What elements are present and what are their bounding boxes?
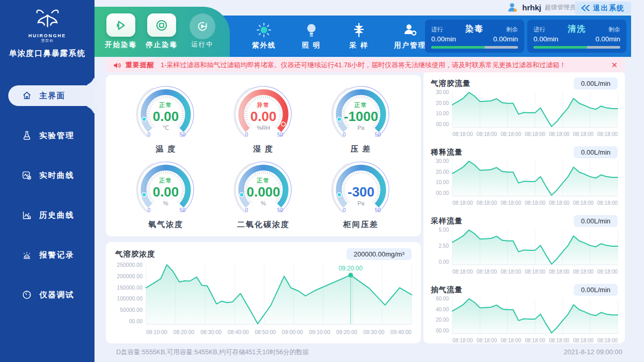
storage-status: D盘容量:5555KB,可用容量:5455KB,约可存储451天10时56分的数…	[116, 348, 309, 357]
sidebar-item-main[interactable]: 主界面	[8, 85, 95, 106]
gauge-pressure-diff: 正常 -1000 Pa 0 50 压 差	[312, 82, 410, 158]
chart-marker-dot	[348, 273, 353, 277]
x-axis: 08:10:0008:20:0008:30:0008:40:0008:50:00…	[146, 329, 412, 335]
y-axis: 250000.00200000.00150000.00100000.005000…	[115, 262, 146, 324]
flow-charts-panel: 气溶胶流量 0.00L/min 30.0020.0010.0000.00 08:…	[423, 71, 625, 343]
y-tick-label: 40.00	[436, 307, 449, 312]
svg-text:0.00: 0.00	[250, 109, 277, 124]
uv-sun-icon	[256, 22, 272, 38]
speaker-icon	[113, 62, 121, 69]
y-axis: 30.0020.0010.0000.00	[431, 158, 452, 196]
sidebar-item-history-curve[interactable]: 历史曲线	[0, 205, 95, 225]
x-axis: 08:18:0008:18:0008:18:0008:18:0008:18:00…	[452, 131, 618, 137]
svg-text:0.00: 0.00	[153, 109, 179, 124]
user-manage-icon	[402, 22, 418, 38]
timer-remaining: 0.00min	[595, 35, 620, 43]
chart-marker-label: 09:20:00	[338, 265, 363, 272]
logout-button[interactable]: 退出系统	[575, 2, 631, 14]
sampling-button[interactable]: 采 样	[342, 22, 376, 50]
y-tick-label: 00.00	[436, 122, 449, 127]
x-axis: 08:18:0008:18:0008:18:0008:18:0008:18:00…	[452, 269, 618, 275]
y-tick-label: 00.00	[436, 190, 449, 196]
aerosol-flow-chart	[452, 92, 618, 127]
x-tick-label: 08:18:00	[452, 200, 473, 206]
logout-icon	[581, 5, 590, 11]
y-tick-label: 200000.00	[117, 273, 143, 279]
gauge-label: 压 差	[351, 144, 371, 154]
y-tick-label: 0.00	[439, 259, 449, 265]
svg-text:正常: 正常	[159, 102, 172, 108]
sidebar-item-realtime-curve[interactable]: 实时曲线	[0, 165, 95, 186]
y-tick-label: 10.00	[436, 179, 449, 185]
chart-title: 采样流量	[431, 216, 463, 226]
sidebar-item-instrument-debug[interactable]: 仪器调试	[0, 284, 95, 305]
stop-exposure-button[interactable]: 停止染毒	[146, 13, 178, 57]
y-tick-label: 20.00	[436, 317, 449, 323]
x-tick-label: 08:18:00	[500, 338, 521, 343]
avatar-icon	[507, 2, 519, 13]
dilution-flow-block: 稀释流量 0.00L/min 30.0020.0010.0000.00 08:1…	[431, 143, 618, 206]
x-tick-label: 08:18:00	[597, 131, 618, 137]
history-curve-icon	[22, 210, 32, 220]
x-tick-label: 08:18:00	[477, 269, 497, 275]
user-info[interactable]: hrhkj 超级管理员	[507, 2, 576, 13]
x-tick-label: 08:18:00	[452, 131, 473, 137]
svg-text:正常: 正常	[256, 177, 270, 184]
timer-card-exposure: 进行 染毒 剩余 0.00min 0.00min	[425, 20, 524, 53]
line-chart	[452, 230, 618, 265]
running-status-button[interactable]: 运行中	[186, 13, 218, 57]
x-tick-label: 08:50:00	[255, 329, 276, 335]
sidebar-item-alarm-records[interactable]: 报警记录	[0, 245, 95, 265]
user-management-button[interactable]: 用户管理	[389, 22, 431, 50]
brand-sub: 慧荣和	[0, 38, 95, 43]
y-tick-label: 60.00	[436, 296, 449, 301]
sidebar: HUIRONGHE 慧荣和 单浓度口鼻暴露系统 主界面 实验管理	[0, 0, 95, 362]
lighting-button[interactable]: 照 明	[294, 22, 328, 50]
timer-title: 清洗	[568, 24, 586, 35]
x-tick-label: 08:18:00	[477, 131, 497, 137]
user-name: hrhkj	[522, 3, 541, 12]
svg-text:-1000: -1000	[343, 109, 378, 124]
y-axis: 30.0020.0010.0000.00	[431, 89, 452, 127]
x-tick-label: 09:30:00	[364, 329, 385, 335]
x-tick-label: 08:18:00	[597, 338, 618, 343]
sidebar-item-experiment[interactable]: 实验管理	[0, 125, 95, 146]
chart-title: 气溶胶浓度	[115, 249, 155, 259]
y-tick-label: 30.00	[436, 158, 449, 164]
gauge-label: 氧气浓度	[148, 220, 183, 230]
line-chart	[452, 92, 618, 127]
gauge-label: 二氧化碳浓度	[237, 220, 290, 230]
uv-button[interactable]: 紫外线	[247, 22, 281, 50]
sidebar-item-label: 历史曲线	[39, 210, 74, 220]
x-tick-label: 08:18:00	[525, 200, 545, 206]
svg-text:0: 0	[245, 207, 248, 213]
user-role: 超级管理员	[545, 3, 576, 12]
x-tick-label: 08:18:00	[500, 200, 521, 206]
logo-icon	[33, 7, 62, 30]
sidebar-item-label: 主界面	[39, 91, 66, 101]
x-tick-label: 08:18:00	[525, 269, 545, 275]
chart-value-badge: 0.00L/min	[574, 78, 618, 89]
sidebar-item-label: 仪器调试	[39, 290, 74, 300]
gauge-label: 柜间压差	[343, 220, 379, 230]
sample-valve-icon	[352, 22, 366, 38]
chart-title: 稀释流量	[431, 147, 463, 157]
y-axis: 5.002.500.00	[431, 227, 452, 265]
svg-text:50: 50	[277, 207, 284, 213]
sync-icon	[196, 20, 209, 33]
sampling-flow-chart	[452, 230, 618, 265]
x-tick-label: 09:10:00	[309, 329, 330, 335]
svg-text:正常: 正常	[354, 102, 368, 108]
svg-text:0: 0	[342, 132, 345, 138]
chart-title: 抽气流量	[431, 285, 463, 295]
timer-elapsed: 0.00min	[431, 35, 456, 43]
start-exposure-button[interactable]: 开始染毒	[105, 13, 137, 57]
gauge-dial: 正常 0.000 % 0 50	[225, 158, 302, 220]
datetime: 2021-8-12 09:00:00	[564, 348, 622, 356]
aerosol-concentration-chart: 09:20:00	[146, 264, 412, 324]
timer-remaining: 0.00min	[493, 35, 518, 43]
svg-text:0.000: 0.000	[246, 184, 280, 200]
y-tick-label: 2.50	[439, 243, 449, 249]
flask-icon	[22, 130, 32, 141]
close-icon[interactable]: ✕	[611, 61, 618, 70]
